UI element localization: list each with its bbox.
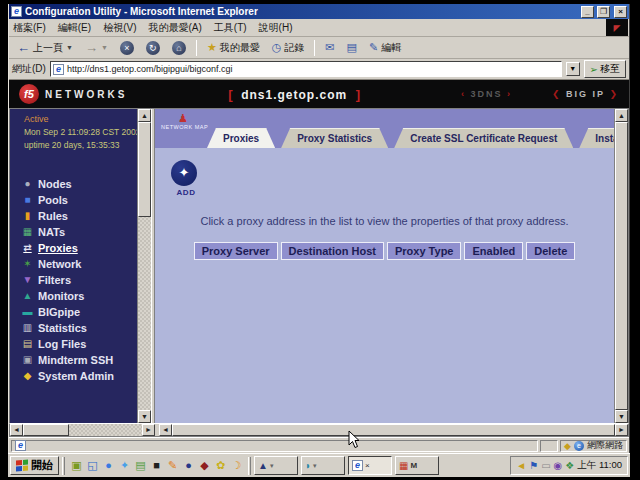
tab-create-ssl-certificate-request[interactable]: Create SSL Certificate Request [394,128,573,148]
quicklaunch-icon-11[interactable]: ☽ [230,459,243,472]
quicklaunch-icon-1[interactable]: ▣ [70,459,83,472]
home-button[interactable]: ⌂ [168,40,190,56]
forward-button[interactable]: → ▼ [81,40,112,55]
sidebar-item-nodes[interactable]: ●Nodes [10,176,137,192]
sidebar: Active Mon Sep 2 11:09:28 CST 2002 uptim… [10,109,137,423]
minimize-button[interactable]: _ [581,6,594,18]
go-icon: ➢ [590,64,598,75]
volume-icon[interactable]: ◄ [516,461,526,471]
proxies-icon: ⇄ [22,243,33,253]
tab-proxies[interactable]: Proxies [207,128,275,148]
security-zone-pane: ◆ e 網際網路 [560,440,627,452]
network-status-icon[interactable]: ▭ [541,461,550,471]
scroll-down-icon[interactable]: ▼ [138,410,151,423]
tray-app-icon[interactable]: ◉ [554,461,563,471]
tab-install-ssl-certificate[interactable]: Install SSL Certifi [579,128,614,148]
back-dropdown-icon[interactable]: ▼ [66,44,73,51]
start-button[interactable]: 開始 [10,456,59,475]
menu-tools[interactable]: 工具(T) [214,21,247,35]
quicklaunch-icon-10[interactable]: ✿ [214,459,227,472]
main-horizontal-scrollbar[interactable]: ◄ ► [159,424,628,436]
sidebar-item-mindterm-ssh[interactable]: ▣Mindterm SSH [10,352,137,368]
quicklaunch-icon-5[interactable]: ▤ [134,459,147,472]
sidebar-item-system-admin[interactable]: ◆System Admin [10,368,137,384]
title-bar[interactable]: e Configuration Utility - Microsoft Inte… [9,4,629,19]
sidebar-item-pools[interactable]: ■Pools [10,192,137,208]
go-button[interactable]: ➢ 移至 [584,60,626,78]
scroll-right-icon[interactable]: ► [142,424,155,436]
main-vertical-scrollbar[interactable]: ▲ ▼ [614,109,628,423]
proxies-content: ✦ ADD Click a proxy address in the list … [155,148,614,423]
refresh-icon: ↻ [146,41,160,55]
edit-button[interactable]: ✎ 編輯 [365,40,405,56]
rules-icon: ▮ [22,211,33,221]
favorites-button[interactable]: ★ 我的最愛 [203,40,264,56]
quicklaunch-icon-7[interactable]: ✎ [166,459,179,472]
system-tray: ◄ ⚑ ▭ ◉ ❖ 上午 11:00 [510,456,628,475]
sidebar-vertical-scrollbar[interactable]: ▲ ▼ [137,109,151,423]
taskbar-clock: 上午 11:00 [577,459,622,472]
browser-toolbar: ← 上一頁 ▼ → ▼ × ↻ ⌂ ★ 我的最愛 ◷ 記錄 [9,37,629,59]
quicklaunch-icon-8[interactable]: ● [182,459,195,472]
column-header-destination-host: Destination Host [281,242,384,260]
sidebar-item-rules[interactable]: ▮Rules [10,208,137,224]
sidebar-item-log-files[interactable]: ▤Log Files [10,336,137,352]
stop-button[interactable]: × [116,40,138,56]
column-header-proxy-server: Proxy Server [194,242,278,260]
scroll-up-icon[interactable]: ▲ [138,109,151,122]
menu-file[interactable]: 檔案(F) [13,21,46,35]
task-button-4[interactable]: ▦M [395,456,439,475]
back-button[interactable]: ← 上一頁 ▼ [13,40,77,56]
scroll-left-icon[interactable]: ◄ [10,424,23,436]
tray-utility-icon[interactable]: ❖ [565,461,574,471]
sidebar-item-nats[interactable]: ▦NATs [10,224,137,240]
sidebar-item-monitors[interactable]: ▲Monitors [10,288,137,304]
scrollbar-thumb[interactable] [172,424,615,436]
refresh-button[interactable]: ↻ [142,40,164,56]
horizontal-scrollbar-row: ◄ ► ◄ ► [9,423,629,437]
scroll-left-icon[interactable]: ◄ [159,424,172,436]
status-bar: e ◆ e 網際網路 [9,437,629,453]
status-message-pane: e [11,440,538,452]
quicklaunch-icon-4[interactable]: ✦ [118,459,131,472]
tray-flag-icon[interactable]: ⚑ [529,461,538,471]
scroll-right-icon[interactable]: ► [615,424,628,436]
history-button[interactable]: ◷ 記錄 [268,40,309,56]
proxy-table-header-row: Proxy Server Destination Host Proxy Type… [171,242,614,260]
address-input[interactable]: e http://dns1.getop.com/bigipgui/bigconf… [50,61,562,77]
quicklaunch-icon-2[interactable]: ◱ [86,459,99,472]
sidebar-item-statistics[interactable]: ▥Statistics [10,320,137,336]
address-dropdown-icon[interactable]: ▼ [566,62,580,76]
sidebar-item-network[interactable]: ✶Network [10,256,137,272]
network-map-button[interactable]: ♟ NETWORK MAP [161,113,205,130]
menu-help[interactable]: 說明(H) [259,21,293,35]
desktop: e Configuration Utility - Microsoft Inte… [8,4,630,477]
add-icon[interactable]: ✦ [171,160,197,186]
sidebar-item-proxies[interactable]: ⇄Proxies [10,240,137,256]
scrollbar-thumb[interactable] [23,424,69,436]
maximize-button[interactable]: ❐ [597,6,610,18]
close-button[interactable]: × [614,6,627,18]
add-proxy-button[interactable]: ✦ ADD [171,160,201,197]
quicklaunch-icon-6[interactable]: ■ [150,459,163,472]
task-button-ie-active[interactable]: e× [348,456,392,475]
sidebar-item-bigpipe[interactable]: ▬BIGpipe [10,304,137,320]
scroll-up-icon[interactable]: ▲ [615,109,628,122]
quicklaunch-icon-9[interactable]: ◆ [198,459,211,472]
menu-edit[interactable]: 編輯(E) [58,21,91,35]
task-button-1[interactable]: ▲▾ [254,456,298,475]
scrollbar-thumb[interactable] [138,122,151,217]
task-button-2[interactable]: ◗▾ [301,456,345,475]
scrollbar-thumb[interactable] [615,122,628,410]
quick-launch-bar: ▣ ◱ ● ✦ ▤ ■ ✎ ● ◆ ✿ ☽ [68,459,245,472]
mindterm-ssh-icon: ▣ [22,355,33,365]
sidebar-item-filters[interactable]: ▼Filters [10,272,137,288]
mail-button[interactable]: ✉ [321,41,338,54]
quicklaunch-icon-3[interactable]: ● [102,459,115,472]
sidebar-horizontal-scrollbar[interactable]: ◄ ► [10,424,155,436]
menu-favorites[interactable]: 我的最愛(A) [148,21,201,35]
tab-proxy-statistics[interactable]: Proxy Statistics [281,128,388,148]
scroll-down-icon[interactable]: ▼ [615,410,628,423]
print-button[interactable]: ▤ [343,41,361,54]
menu-view[interactable]: 檢視(V) [103,21,136,35]
